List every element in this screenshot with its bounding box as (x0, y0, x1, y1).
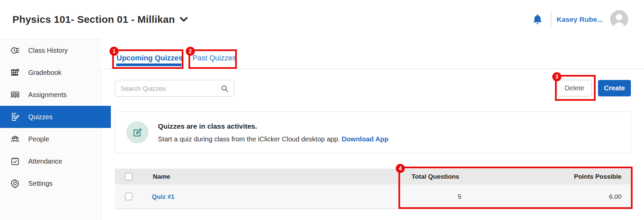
chevron-down-icon (180, 17, 188, 22)
user-menu[interactable]: Kasey Rube... (557, 0, 603, 39)
gear-icon (10, 178, 20, 188)
search-input[interactable] (120, 81, 219, 97)
assignments-book-icon (10, 90, 20, 100)
top-bar: Physics 101- Section 01 - Millikan Kasey… (0, 0, 644, 39)
gradebook-icon (10, 68, 20, 78)
create-button[interactable]: Create (598, 80, 631, 96)
search-icon[interactable] (220, 84, 229, 93)
sidebar-item-quizzes[interactable]: Quizzes (0, 106, 111, 128)
quiz-total-questions: 5 (458, 193, 462, 201)
sidebar-item-attendance[interactable]: Attendance (0, 150, 101, 172)
user-avatar[interactable] (610, 10, 628, 28)
sidebar-nav: Class History Gradebook Assignments (0, 39, 101, 220)
course-title: Physics 101- Section 01 - Millikan (12, 14, 175, 25)
select-all-checkbox[interactable] (125, 173, 132, 180)
table-row: Quiz #1 5 6.00 (115, 184, 631, 209)
sidebar-item-class-history[interactable]: Class History (0, 39, 101, 61)
info-card-title: Quizzes are in class activites. (158, 122, 257, 130)
notifications-bell-icon[interactable] (532, 14, 543, 25)
info-card-text: Start a quiz during class from the iClic… (158, 135, 340, 143)
row-checkbox[interactable] (125, 193, 132, 200)
info-card-body: Start a quiz during class from the iClic… (158, 135, 388, 143)
quizzes-info-card (115, 112, 631, 153)
people-icon (10, 134, 20, 144)
sidebar-item-label: Settings (28, 180, 52, 187)
quiz-points-possible: 6.00 (609, 193, 621, 201)
header-divider (551, 11, 551, 28)
search-quizzes-box (115, 80, 234, 97)
tab-past-quizzes[interactable]: Past Quizzes (192, 54, 236, 62)
column-header-total-questions[interactable]: Total Questions (412, 173, 459, 180)
delete-button[interactable]: Delete (557, 80, 592, 96)
sidebar-item-people[interactable]: People (0, 128, 101, 150)
sidebar-item-label: Class History (28, 47, 68, 54)
quizzes-table-header: Name Total Questions Points Possible (115, 169, 631, 184)
sidebar-item-assignments[interactable]: Assignments (0, 84, 101, 106)
iclicker-quizzes-page: Physics 101- Section 01 - Millikan Kasey… (0, 0, 644, 220)
user-name: Kasey Rube... (557, 15, 603, 24)
edit-note-icon (126, 121, 148, 143)
sidebar-item-label: Assignments (28, 91, 67, 99)
quiz-name-link[interactable]: Quiz #1 (152, 193, 175, 201)
active-tab-underline (116, 63, 181, 66)
column-header-points-possible[interactable]: Points Possible (574, 173, 621, 180)
sidebar-item-gradebook[interactable]: Gradebook (0, 61, 101, 84)
sidebar-item-label: People (28, 135, 49, 143)
course-switcher[interactable]: Physics 101- Section 01 - Millikan (12, 0, 188, 39)
sidebar-item-label: Gradebook (28, 69, 61, 77)
sidebar-item-settings[interactable]: Settings (0, 172, 101, 194)
download-app-link[interactable]: Download App (342, 135, 388, 143)
sidebar-item-label: Attendance (28, 158, 62, 165)
column-header-name[interactable]: Name (153, 173, 170, 180)
clock-history-icon (10, 45, 20, 55)
tab-upcoming-quizzes[interactable]: Upcoming Quizzes (117, 54, 183, 62)
quiz-pencil-icon (10, 112, 20, 122)
calendar-check-icon (10, 156, 20, 166)
sidebar-item-label: Quizzes (28, 113, 52, 121)
